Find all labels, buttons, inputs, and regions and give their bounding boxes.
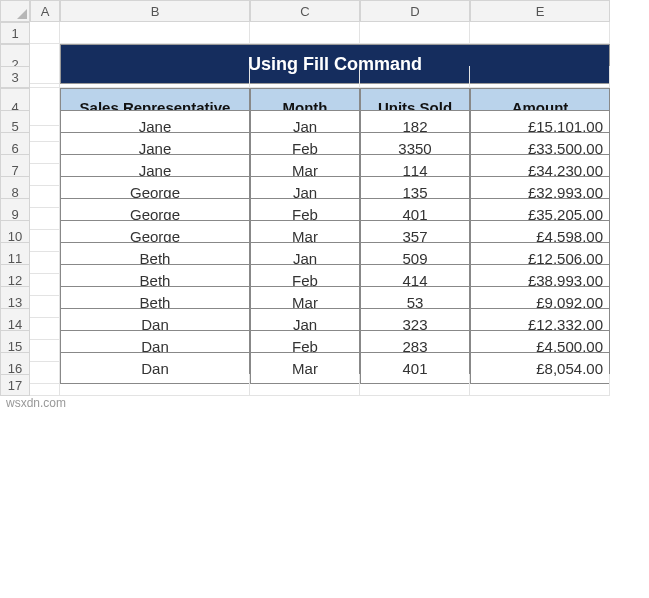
cell[interactable] xyxy=(250,66,360,88)
cell[interactable] xyxy=(30,374,60,396)
row-header[interactable]: 3 xyxy=(0,66,30,88)
cell[interactable] xyxy=(360,22,470,44)
cell[interactable] xyxy=(360,374,470,396)
col-header-A[interactable]: A xyxy=(30,0,60,22)
cell[interactable] xyxy=(30,66,60,88)
cell[interactable] xyxy=(60,22,250,44)
select-all-corner[interactable] xyxy=(0,0,30,22)
col-header-C[interactable]: C xyxy=(250,0,360,22)
row-header[interactable]: 17 xyxy=(0,374,30,396)
cell[interactable] xyxy=(30,22,60,44)
cell[interactable] xyxy=(470,66,610,88)
col-header-E[interactable]: E xyxy=(470,0,610,22)
cell[interactable] xyxy=(60,374,250,396)
spreadsheet[interactable]: A B C D E 1 2 Using Fill Command 3 4 Sal… xyxy=(0,0,649,396)
cell[interactable] xyxy=(470,22,610,44)
cell[interactable] xyxy=(60,66,250,88)
col-header-B[interactable]: B xyxy=(60,0,250,22)
cell[interactable] xyxy=(360,66,470,88)
col-header-D[interactable]: D xyxy=(360,0,470,22)
row-header[interactable]: 1 xyxy=(0,22,30,44)
cell[interactable] xyxy=(250,374,360,396)
cell[interactable] xyxy=(250,22,360,44)
cell[interactable] xyxy=(470,374,610,396)
watermark: wsxdn.com xyxy=(0,396,649,410)
